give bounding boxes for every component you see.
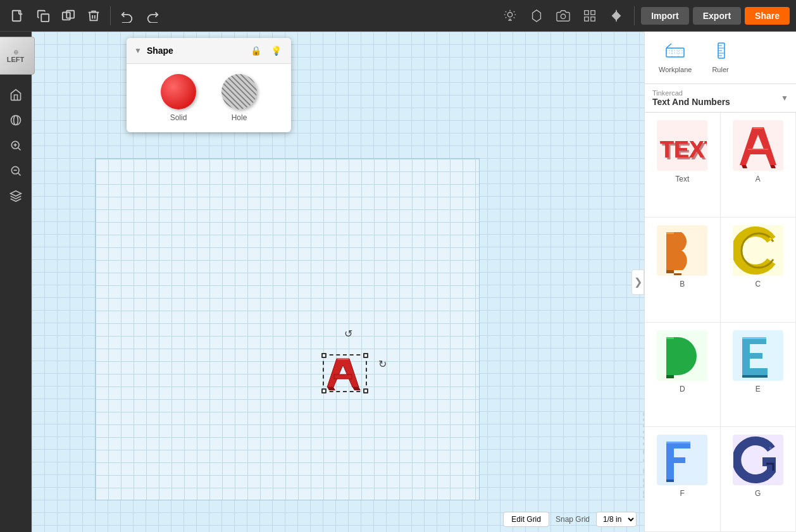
corner-handle-tr[interactable] (363, 353, 368, 358)
corner-handle-tl[interactable] (321, 353, 326, 358)
svg-rect-56 (666, 232, 674, 234)
grid-icon-button[interactable] (578, 4, 601, 27)
svg-marker-52 (752, 127, 764, 129)
svg-rect-31 (666, 48, 684, 57)
shape-light-button[interactable]: 💡 (268, 43, 283, 58)
snap-grid-select[interactable]: 1/8 in 1/4 in 1/2 in 1 in (596, 512, 637, 527)
solid-label: Solid (170, 113, 187, 122)
view-cube[interactable]: ⊕ LEFT (0, 37, 35, 75)
share-button[interactable]: Share (745, 7, 790, 25)
shape-panel: ▼ Shape 🔒 💡 Solid Hole (127, 38, 291, 132)
right-panel: Workplane Ruler Tinker (644, 32, 796, 532)
mirror-icon-button[interactable] (605, 4, 628, 27)
rotate-handle-right[interactable]: ↻ (378, 358, 387, 370)
svg-marker-26 (327, 359, 359, 387)
svg-marker-25 (10, 191, 21, 196)
camera-icon-button[interactable] (552, 4, 575, 27)
shape-item-D[interactable]: D (645, 323, 721, 428)
shape-item-G[interactable]: G (721, 427, 797, 532)
svg-rect-58 (666, 375, 674, 378)
svg-rect-62 (742, 353, 762, 359)
shape-thumb-B (657, 225, 707, 276)
shape-lock-button[interactable]: 🔒 (248, 43, 263, 58)
light-icon-button[interactable] (499, 4, 521, 27)
top-toolbar: Import Export Share (0, 0, 796, 32)
svg-rect-51 (748, 149, 768, 150)
svg-marker-7 (533, 9, 541, 21)
shape-panel-header: ▼ Shape 🔒 💡 (127, 38, 291, 64)
hole-circle (221, 74, 257, 109)
svg-marker-29 (352, 387, 361, 390)
category-arrow-icon: ▼ (781, 94, 788, 102)
collapse-handle[interactable]: ❯ (631, 269, 644, 295)
shape-thumb-A (733, 120, 783, 171)
new-button[interactable] (6, 4, 29, 27)
shape-label-D: D (680, 385, 685, 393)
shape-label-F: F (680, 489, 685, 498)
workplane-tool[interactable]: Workplane (651, 38, 699, 77)
svg-rect-11 (585, 16, 588, 20)
corner-handle-br[interactable] (363, 388, 368, 393)
right-panel-top: Workplane Ruler (645, 32, 796, 84)
shape-item-text[interactable]: TEXT TEXT TEXT Text (645, 113, 721, 218)
shape-item-E[interactable]: E (721, 323, 797, 428)
corner-handle-bl[interactable] (321, 388, 326, 393)
svg-line-19 (18, 148, 20, 151)
export-button[interactable]: Export (693, 7, 741, 25)
shape-thumb-D (657, 330, 707, 381)
ruler-label: Ruler (712, 66, 728, 73)
left-panel: ⊕ LEFT (0, 32, 32, 532)
orbit-button[interactable] (4, 109, 27, 132)
shape-label-G: G (755, 489, 761, 498)
svg-marker-48 (742, 165, 747, 168)
shape-icon-button[interactable] (525, 4, 548, 27)
rotate-handle-top[interactable]: ↺ (344, 328, 352, 340)
separator-1 (110, 6, 111, 25)
edit-grid-button[interactable]: Edit Grid (503, 512, 549, 527)
zoom-in-button[interactable] (4, 134, 27, 157)
svg-point-16 (11, 116, 20, 125)
svg-marker-30 (337, 359, 349, 360)
shape-panel-title: Shape (147, 46, 243, 56)
shape-item-A[interactable]: A (721, 113, 797, 218)
selection-box (323, 354, 367, 392)
workplane-label: Workplane (659, 66, 692, 73)
category-header[interactable]: Tinkercad Text And Numbers ▼ (645, 84, 796, 113)
svg-marker-14 (613, 11, 616, 20)
import-button[interactable]: Import (641, 7, 689, 25)
home-button[interactable] (4, 84, 27, 106)
canvas-object[interactable]: ↺ ↻ (320, 335, 376, 392)
shape-label-C: C (755, 280, 761, 288)
watermark: tinkercad (638, 411, 644, 501)
svg-rect-64 (742, 375, 768, 378)
svg-rect-55 (666, 270, 674, 273)
svg-rect-9 (585, 10, 588, 14)
svg-marker-47 (740, 127, 776, 165)
svg-rect-54 (674, 273, 681, 275)
3d-letter-a (324, 356, 362, 390)
solid-option[interactable]: Solid (161, 74, 196, 122)
snap-grid-label: Snap Grid (556, 515, 590, 524)
delete-button[interactable] (82, 4, 105, 27)
layers-button[interactable] (4, 185, 27, 207)
ruler-tool[interactable]: Ruler (704, 38, 736, 77)
svg-point-17 (13, 116, 18, 125)
shape-thumb-E (733, 330, 783, 381)
shape-item-F[interactable]: F (645, 427, 721, 532)
shape-item-B[interactable]: B (645, 218, 721, 323)
undo-button[interactable] (116, 4, 139, 27)
duplicate-button[interactable] (57, 4, 80, 27)
hole-option[interactable]: Hole (221, 74, 257, 122)
svg-point-8 (561, 14, 566, 18)
svg-marker-15 (616, 11, 620, 20)
svg-rect-65 (742, 337, 766, 339)
svg-rect-12 (591, 16, 595, 20)
copy-button[interactable] (32, 4, 54, 27)
ruler-icon (713, 42, 728, 63)
view-cube-icon: ⊕ (13, 49, 18, 56)
shape-item-C[interactable]: C (721, 218, 797, 323)
workplane-icon (665, 42, 685, 63)
canvas-area[interactable]: ▼ Shape 🔒 💡 Solid Hole ↺ (32, 32, 644, 532)
redo-button[interactable] (141, 4, 164, 27)
zoom-out-button[interactable] (4, 159, 27, 182)
